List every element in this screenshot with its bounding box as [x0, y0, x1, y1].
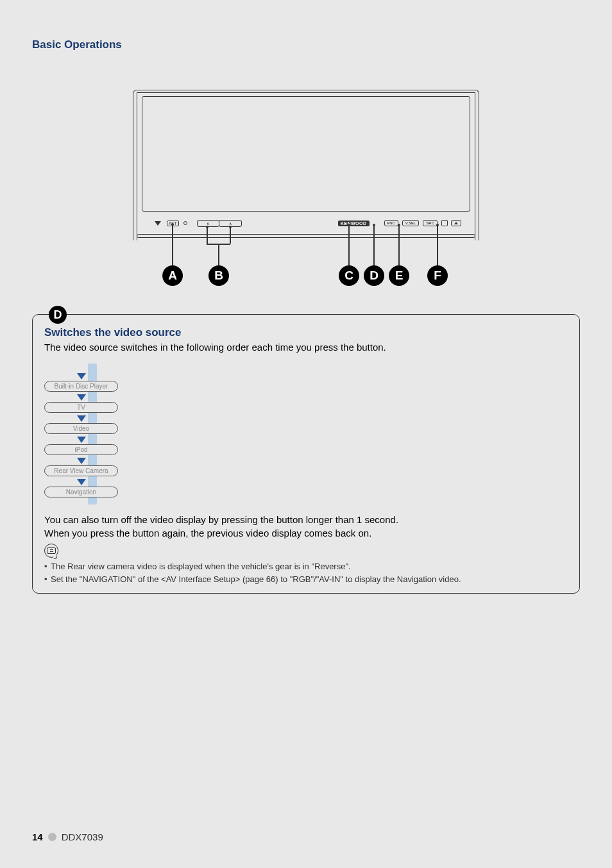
callout-b: B — [208, 265, 229, 286]
reset-icon — [183, 221, 187, 225]
svg-marker-0 — [77, 373, 86, 380]
note-item: Set the "NAVIGATION" of the <AV Interfac… — [44, 573, 568, 586]
note-list: The Rear view camera video is displayed … — [44, 560, 568, 585]
svg-marker-5 — [77, 479, 86, 485]
flow-item: Video — [44, 423, 118, 434]
section-title: Basic Operations — [32, 38, 580, 51]
callout-a: A — [162, 265, 183, 286]
flow-item: Built-in Disc Player — [44, 381, 118, 392]
note-item: The Rear view camera video is displayed … — [44, 560, 568, 573]
callout-f: F — [427, 265, 448, 286]
note-icon — [44, 544, 58, 558]
eject-button — [451, 220, 461, 226]
down-triangle-icon — [155, 221, 161, 226]
svg-marker-2 — [77, 415, 86, 422]
flow-item: Navigation — [44, 487, 118, 497]
disc-icon — [441, 220, 448, 226]
callout-e: E — [389, 265, 409, 286]
device-illustration: ATT ∨ ∧ KENWOOD FNC V.SEL SRC — [133, 90, 479, 288]
callout-c: C — [339, 265, 359, 286]
page-footer: 14 DDX7039 — [32, 831, 103, 842]
volume-rocker: ∨ ∧ — [197, 220, 242, 227]
section-d-body1: You can also turn off the video display … — [44, 513, 568, 526]
vsel-button: V.SEL — [402, 220, 419, 226]
brand-logo: KENWOOD — [338, 221, 370, 226]
source-flow-chart: Built-in Disc Player TV Video iPod Rear … — [44, 362, 128, 506]
page-number: 14 — [32, 831, 43, 842]
section-d-title: Switches the video source — [44, 326, 568, 339]
section-d-box: D Switches the video source The video so… — [32, 314, 580, 594]
src-button: SRC — [423, 220, 438, 226]
section-d-body2: When you press the button again, the pre… — [44, 526, 568, 540]
footer-bullet-icon — [48, 833, 56, 841]
section-d-intro: The video source switches in the followi… — [44, 340, 568, 354]
svg-marker-3 — [77, 437, 86, 443]
flow-item: Rear View Camera — [44, 465, 118, 476]
flow-item: iPod — [44, 444, 118, 455]
fnc-button: FNC — [384, 220, 398, 226]
model-number: DDX7039 — [62, 831, 103, 842]
svg-marker-1 — [77, 394, 86, 401]
section-badge: D — [49, 306, 67, 324]
flow-item: TV — [44, 402, 118, 413]
callout-d: D — [364, 265, 384, 286]
svg-marker-4 — [77, 458, 86, 464]
